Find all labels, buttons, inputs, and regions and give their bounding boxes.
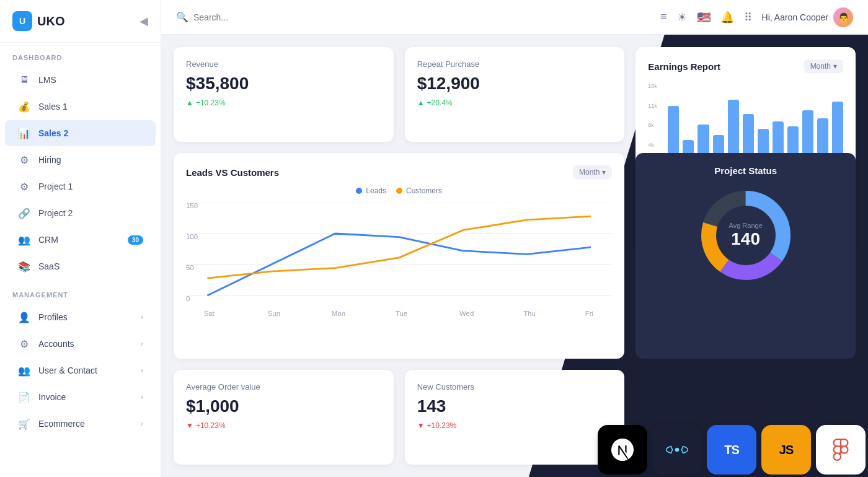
sidebar-item-project2[interactable]: 🔗 Project 2 (5, 200, 156, 226)
javascript-icon[interactable]: JS (761, 425, 811, 475)
invoice-icon: 📄 (17, 390, 31, 404)
avg-order-change: ▼ +10.23% (186, 421, 381, 430)
react-icon[interactable] (652, 425, 702, 475)
sidebar-item-accounts[interactable]: ⚙ Accounts › (5, 331, 156, 357)
revenue-card: Revenue $35,800 ▲ +10.23% (174, 47, 394, 142)
user-info[interactable]: Hi, Aaron Cooper 👨 (762, 7, 853, 27)
sidebar-item-lms[interactable]: 🖥 LMS (5, 67, 156, 93)
sidebar-item-user-contact[interactable]: 👥 User & Contact › (5, 357, 156, 383)
profiles-icon: 👤 (17, 310, 31, 324)
saas-icon: 📚 (17, 260, 31, 273)
sidebar-item-profiles[interactable]: 👤 Profiles › (5, 304, 156, 330)
sidebar-item-label: Accounts (38, 339, 133, 349)
up-arrow-icon: ▲ (417, 98, 425, 107)
dashboard-section-label: DASHBOARD (0, 43, 161, 66)
avatar: 👨 (833, 7, 853, 27)
sidebar-item-invoice[interactable]: 📄 Invoice › (5, 384, 156, 410)
revenue-value: $35,800 (186, 74, 381, 94)
figma-icon[interactable] (816, 425, 866, 475)
sidebar-item-sales2[interactable]: 📊 Sales 2 (5, 120, 156, 146)
sales1-icon: 💰 (17, 100, 31, 113)
sidebar-item-label: Hiring (38, 155, 143, 165)
svg-text:Thu: Thu (523, 310, 536, 317)
flag-icon[interactable]: 🇺🇸 (697, 11, 711, 24)
repeat-purchase-value: $12,900 (417, 74, 613, 94)
svg-text:Tue: Tue (396, 310, 407, 317)
new-customers-card: New Customers 143 ▼ +10.23% (405, 370, 625, 465)
collapse-button[interactable]: ◀ (140, 14, 148, 28)
project-status-card: Project Status Avg Range 140 (636, 153, 856, 359)
notification-icon[interactable]: 🔔 (720, 11, 734, 24)
sidebar-item-crm[interactable]: 👥 CRM 30 (5, 227, 156, 253)
nextjs-icon[interactable] (598, 425, 647, 475)
lms-icon: 🖥 (17, 73, 31, 87)
sidebar-item-label: Ecommerce (38, 419, 133, 429)
nav-management-section: MANAGEMENT 👤 Profiles › ⚙ Accounts › 👥 U… (0, 280, 161, 437)
avg-order-card: Average Order value $1,000 ▼ +10.23% (174, 370, 394, 465)
theme-icon[interactable]: ☀ (677, 11, 687, 24)
sidebar-item-label: Sales 1 (38, 102, 143, 112)
management-section-label: MANAGEMENT (0, 280, 161, 304)
logo[interactable]: U UKO (12, 11, 64, 31)
sidebar-item-label: Project 2 (38, 208, 143, 218)
donut-chart: Avg Range 140 (696, 186, 795, 285)
leads-legend-item: Leads (356, 186, 386, 195)
sales2-icon: 📊 (17, 126, 31, 140)
project2-icon: 🔗 (17, 206, 31, 220)
menu-icon[interactable]: ≡ (660, 11, 667, 24)
crm-badge: 30 (128, 235, 143, 245)
sidebar-item-label: User & Contact (38, 365, 133, 375)
leads-legend: Leads Customers (186, 186, 612, 195)
svg-text:100: 100 (186, 233, 198, 240)
sidebar-item-hiring[interactable]: ⚙ Hiring (5, 147, 156, 173)
main-area: 🔍 ≡ ☀ 🇺🇸 🔔 ⠿ Hi, Aaron Cooper 👨 Revenue … (161, 0, 868, 477)
avg-order-label: Average Order value (186, 382, 381, 392)
leads-card: Leads VS Customers Month ▾ Leads Custome… (174, 153, 624, 359)
search-box[interactable]: 🔍 (176, 11, 362, 23)
avg-order-value: $1,000 (186, 396, 381, 416)
accounts-icon: ⚙ (17, 337, 31, 351)
new-customers-label: New Customers (417, 382, 613, 392)
crm-icon: 👥 (17, 233, 31, 247)
search-icon: 🔍 (176, 11, 188, 23)
earnings-header: Earnings Report Month ▾ (648, 59, 843, 73)
typescript-icon[interactable]: TS (707, 425, 756, 475)
repeat-purchase-change: ▲ +20.4% (417, 98, 613, 107)
sidebar-item-label: LMS (38, 75, 143, 85)
project-status-title: Project Status (714, 165, 777, 176)
leads-header: Leads VS Customers Month ▾ (186, 165, 612, 179)
project1-icon: ⚙ (17, 180, 31, 193)
chevron-down-icon: ▾ (602, 168, 606, 177)
sidebar-item-label: SaaS (38, 261, 143, 271)
content: Revenue $35,800 ▲ +10.23% Repeat Purchas… (161, 35, 868, 477)
sidebar-item-ecommerce[interactable]: 🛒 Ecommerce › (5, 411, 156, 437)
search-input[interactable] (193, 12, 362, 22)
donut-center: Avg Range 140 (729, 222, 763, 249)
grid-icon[interactable]: ⠿ (744, 11, 752, 24)
down-arrow-icon: ▼ (186, 421, 193, 430)
up-arrow-icon: ▲ (186, 98, 193, 107)
sidebar-item-project1[interactable]: ⚙ Project 1 (5, 173, 156, 199)
user-name: Hi, Aaron Cooper (762, 12, 828, 22)
customers-legend-label: Customers (406, 186, 442, 195)
user-contact-icon: 👥 (17, 364, 31, 377)
svg-text:Mon: Mon (332, 310, 345, 317)
leads-period-selector[interactable]: Month ▾ (573, 165, 612, 179)
svg-text:50: 50 (186, 264, 194, 271)
customers-legend-item: Customers (396, 186, 442, 195)
earnings-title: Earnings Report (648, 61, 720, 72)
down-arrow-icon: ▼ (417, 421, 425, 430)
sidebar-item-sales1[interactable]: 💰 Sales 1 (5, 94, 156, 120)
donut-avg-label: Avg Range (729, 222, 763, 229)
sidebar-item-label: Profiles (38, 312, 133, 322)
earnings-period-selector[interactable]: Month ▾ (804, 59, 843, 73)
new-customers-change: ▼ +10.23% (417, 421, 613, 430)
svg-text:Fri: Fri (585, 310, 593, 317)
chevron-right-icon: › (141, 366, 143, 375)
svg-text:0: 0 (186, 295, 190, 302)
sidebar-item-label: Invoice (38, 392, 133, 402)
sidebar-item-saas[interactable]: 📚 SaaS (5, 253, 156, 279)
header-right: ≡ ☀ 🇺🇸 🔔 ⠿ Hi, Aaron Cooper 👨 (660, 7, 853, 27)
chevron-right-icon: › (141, 419, 143, 428)
app-name: UKO (37, 14, 64, 28)
